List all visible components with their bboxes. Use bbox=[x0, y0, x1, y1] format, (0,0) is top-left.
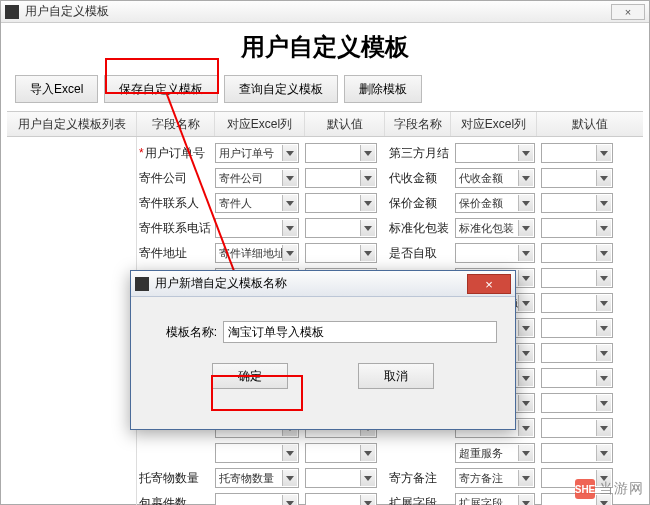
dialog-close-button[interactable]: × bbox=[467, 274, 511, 294]
template-name-label: 模板名称: bbox=[149, 324, 223, 341]
watermark-logo: SHE bbox=[575, 479, 595, 499]
dialog-title: 用户新增自定义模板名称 bbox=[155, 275, 287, 292]
watermark-text: 当游网 bbox=[599, 480, 644, 498]
template-name-input[interactable] bbox=[223, 321, 497, 343]
dialog-cancel-button[interactable]: 取消 bbox=[358, 363, 434, 389]
dialog-mask: 用户新增自定义模板名称 × 模板名称: 确定 取消 bbox=[0, 0, 650, 505]
dialog-titlebar: 用户新增自定义模板名称 × bbox=[131, 271, 515, 297]
new-template-dialog: 用户新增自定义模板名称 × 模板名称: 确定 取消 bbox=[130, 270, 516, 430]
dialog-ok-button[interactable]: 确定 bbox=[212, 363, 288, 389]
watermark: SHE 当游网 bbox=[575, 479, 644, 499]
dialog-icon bbox=[135, 277, 149, 291]
